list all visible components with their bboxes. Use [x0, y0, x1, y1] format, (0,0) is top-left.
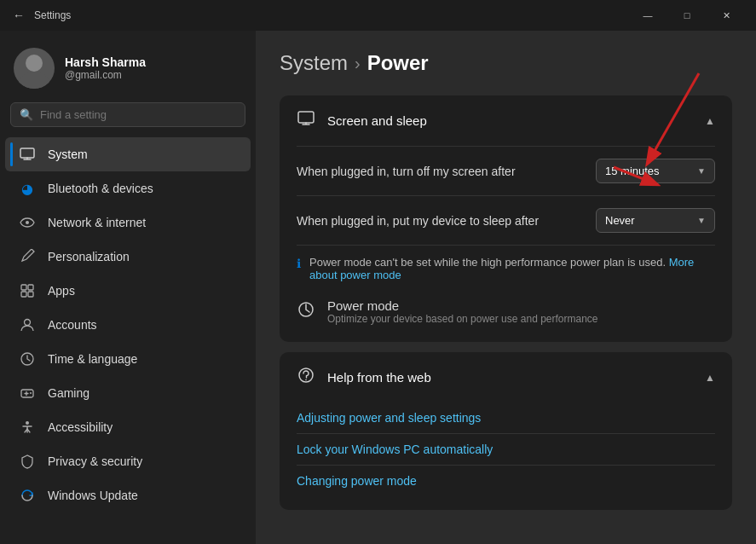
sidebar-item-update[interactable]: Windows Update — [5, 478, 251, 512]
titlebar-left: ← Settings — [10, 7, 71, 24]
time-icon — [19, 350, 36, 367]
sidebar-label-gaming: Gaming — [48, 386, 89, 400]
screen-sleep-header[interactable]: Screen and sleep ▲ — [280, 95, 732, 146]
sidebar-item-personalization[interactable]: Personalization — [5, 240, 251, 274]
sidebar-label-time: Time & language — [48, 352, 137, 366]
bluetooth-icon: ◕ — [19, 180, 36, 197]
close-button[interactable]: ✕ — [707, 0, 746, 31]
accounts-icon — [19, 316, 36, 333]
gaming-icon — [19, 385, 36, 402]
help-link-1[interactable]: Lock your Windows PC automatically — [297, 433, 715, 465]
sleep-label: When plugged in, put my device to sleep … — [297, 214, 539, 228]
sidebar-label-apps: Apps — [48, 284, 75, 298]
main-content: System › Power Screen and sleep ▲ When p… — [256, 31, 756, 544]
sidebar-label-update: Windows Update — [48, 489, 138, 502]
power-mode-info-row: ℹ Power mode can't be set while the high… — [297, 245, 715, 285]
svg-point-0 — [17, 72, 51, 89]
search-icon: 🔍 — [20, 108, 33, 121]
sleep-row: When plugged in, put my device to sleep … — [297, 195, 715, 245]
breadcrumb-current: Power — [367, 51, 429, 75]
help-link-2[interactable]: Changing power mode — [297, 465, 715, 496]
breadcrumb-separator: › — [355, 54, 361, 73]
sidebar-item-system[interactable]: System — [5, 137, 251, 171]
sidebar-item-bluetooth[interactable]: ◕ Bluetooth & devices — [5, 171, 251, 205]
power-mode-icon — [297, 300, 315, 323]
search-box[interactable]: 🔍 — [10, 102, 245, 127]
help-header[interactable]: Help from the web ▲ — [280, 352, 732, 402]
network-icon — [19, 214, 36, 231]
screen-sleep-card: Screen and sleep ▲ When plugged in, turn… — [280, 95, 732, 342]
app-body: Harsh Sharma @gmail.com 🔍 System ◕ Bluet… — [0, 31, 756, 544]
user-name: Harsh Sharma — [65, 55, 146, 69]
screen-sleep-body: When plugged in, turn off my screen afte… — [280, 146, 732, 342]
nav-list: System ◕ Bluetooth & devices Network & i… — [0, 137, 256, 512]
breadcrumb-parent[interactable]: System — [280, 51, 348, 75]
sidebar-item-gaming[interactable]: Gaming — [5, 376, 251, 410]
power-mode-row[interactable]: Power mode Optimize your device based on… — [297, 285, 715, 328]
sleep-value: Never — [605, 214, 635, 227]
svg-rect-7 — [28, 292, 33, 297]
svg-rect-5 — [28, 285, 33, 290]
sleep-dropdown[interactable]: Never ▼ — [596, 208, 715, 233]
help-chevron: ▲ — [705, 372, 715, 384]
screen-off-chevron: ▼ — [697, 166, 706, 176]
breadcrumb: System › Power — [280, 51, 732, 75]
power-mode-subtitle: Optimize your device based on power use … — [327, 313, 598, 325]
accessibility-icon — [19, 419, 36, 436]
screen-sleep-icon — [297, 109, 315, 132]
minimize-button[interactable]: — — [628, 0, 667, 31]
sidebar-label-bluetooth: Bluetooth & devices — [48, 182, 153, 195]
sidebar-label-accessibility: Accessibility — [48, 420, 113, 434]
sidebar-label-personalization: Personalization — [48, 250, 130, 263]
sidebar-item-accessibility[interactable]: Accessibility — [5, 410, 251, 444]
screen-off-value: 15 minutes — [605, 165, 660, 177]
svg-point-8 — [25, 320, 31, 326]
sidebar-item-apps[interactable]: Apps — [5, 274, 251, 308]
sidebar-item-network[interactable]: Network & internet — [5, 205, 251, 240]
power-mode-title: Power mode — [327, 298, 598, 313]
svg-point-1 — [26, 55, 43, 72]
help-link-0[interactable]: Adjusting power and sleep settings — [297, 402, 715, 433]
sidebar-item-privacy[interactable]: Privacy & security — [5, 444, 251, 478]
screen-off-label: When plugged in, turn off my screen afte… — [297, 165, 516, 178]
help-body: Adjusting power and sleep settings Lock … — [280, 402, 732, 510]
avatar — [14, 48, 55, 89]
user-email: @gmail.com — [65, 69, 146, 81]
screen-sleep-title: Screen and sleep — [327, 113, 427, 128]
svg-point-12 — [26, 421, 29, 425]
search-input[interactable] — [40, 108, 236, 121]
info-text: Power mode can't be set while the high p… — [309, 256, 715, 281]
sleep-chevron: ▼ — [697, 216, 706, 225]
svg-rect-4 — [21, 285, 26, 290]
back-button[interactable]: ← — [10, 7, 27, 24]
update-icon — [19, 487, 36, 504]
svg-point-16 — [305, 379, 307, 381]
help-card: Help from the web ▲ Adjusting power and … — [280, 352, 732, 510]
sidebar: Harsh Sharma @gmail.com 🔍 System ◕ Bluet… — [0, 31, 256, 544]
user-info: Harsh Sharma @gmail.com — [65, 55, 146, 81]
personalization-icon — [19, 248, 36, 265]
titlebar: ← Settings — □ ✕ — [0, 0, 756, 31]
svg-point-11 — [30, 392, 32, 394]
svg-rect-6 — [21, 292, 26, 297]
screen-sleep-chevron: ▲ — [705, 115, 715, 127]
window-controls: — □ ✕ — [628, 0, 746, 31]
svg-rect-13 — [298, 112, 314, 123]
sidebar-item-time[interactable]: Time & language — [5, 342, 251, 376]
svg-point-3 — [26, 221, 29, 224]
sidebar-label-accounts: Accounts — [48, 318, 97, 332]
info-icon: ℹ — [297, 257, 301, 270]
help-title: Help from the web — [327, 370, 431, 385]
system-icon — [19, 146, 36, 163]
sidebar-item-accounts[interactable]: Accounts — [5, 308, 251, 342]
screen-sleep-header-left: Screen and sleep — [297, 109, 427, 132]
user-section[interactable]: Harsh Sharma @gmail.com — [0, 41, 256, 102]
screen-off-row: When plugged in, turn off my screen afte… — [297, 146, 715, 195]
sidebar-label-system: System — [48, 148, 88, 161]
screen-off-dropdown[interactable]: 15 minutes ▼ — [596, 159, 715, 183]
maximize-button[interactable]: □ — [667, 0, 707, 31]
sidebar-label-privacy: Privacy & security — [48, 454, 142, 468]
sidebar-label-network: Network & internet — [48, 216, 146, 229]
privacy-icon — [19, 453, 36, 470]
help-header-left: Help from the web — [297, 366, 431, 389]
